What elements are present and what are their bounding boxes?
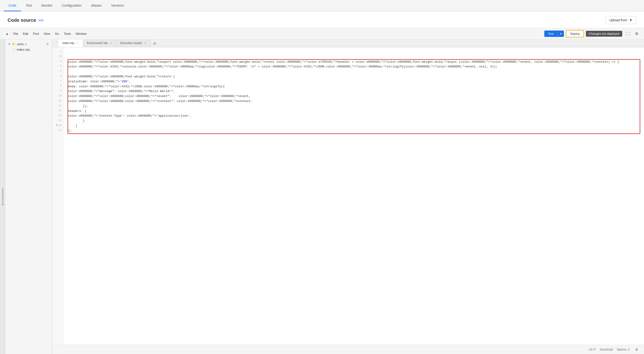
line-number: 17: [54, 128, 62, 133]
code-line: color:#008000;">"message": color:#008000…: [68, 89, 640, 94]
code-content[interactable]: color:#008000;">"color:#8b0000;font-weig…: [64, 47, 644, 345]
top-nav-tab-configuration[interactable]: Configuration: [57, 0, 86, 11]
code-line: color:#008000;">"color:#8b0000;font-weig…: [68, 74, 640, 79]
status-bar: 13:17 JavaScript Spaces: 2 ⚙: [52, 345, 644, 354]
tab-close-index-mjs[interactable]: ×: [76, 41, 79, 45]
line-number: 13: [54, 108, 62, 113]
top-nav: CodeTestMonitorConfigurationAliasesVersi…: [0, 0, 644, 11]
fullscreen-button[interactable]: ⛶: [624, 30, 631, 37]
file-name: index.mjs: [17, 48, 30, 51]
status-settings-icon: ⚙: [635, 348, 638, 351]
test-button[interactable]: Test: [544, 31, 558, 37]
code-line: color:#008000;">"color:#8b0000;font-weig…: [68, 60, 640, 65]
menu-item-find[interactable]: Find: [31, 31, 41, 37]
line-number: 15: [54, 118, 62, 123]
add-tab-button[interactable]: ⊕: [151, 40, 158, 47]
code-line: [68, 54, 640, 59]
line-number: 12: [54, 103, 62, 108]
code-line: color:#008000;">"color:#333;">console.co…: [68, 64, 640, 69]
toolbar-actions: Test ▼ Deploy Changes not deployed ⛶ ⚙: [544, 30, 640, 37]
line-number: 5: [54, 69, 62, 74]
editor-tab-index-mjs[interactable]: index.mjs×: [58, 40, 83, 47]
line-numbers: 2183456789101112131415ℹ1617: [52, 47, 64, 345]
menu-item-window[interactable]: Window: [74, 31, 88, 37]
language-indicator: JavaScript: [600, 348, 613, 351]
fullscreen-icon: ⛶: [626, 32, 630, 36]
tab-label: Execution results: [120, 41, 142, 45]
header-section: Code source Info Upload from ▼: [0, 11, 644, 28]
cursor-position: 13:17: [589, 348, 596, 351]
code-line: body: color:#008000;">"color:#333;">JSON…: [68, 84, 640, 89]
folder-name: echo -/: [17, 42, 26, 46]
editor-toolbar: ▲ FileEditFindViewGoToolsWindow Test ▼ D…: [0, 28, 644, 40]
folder-icon: 📁: [12, 42, 16, 46]
top-nav-tab-versions[interactable]: Versions: [106, 0, 128, 11]
menu-item-view[interactable]: View: [42, 31, 52, 37]
menu-item-edit[interactable]: Edit: [21, 31, 30, 37]
code-line: [68, 49, 640, 54]
line-number: 8: [54, 84, 62, 89]
line-number: 10: [54, 93, 62, 98]
expand-icon: ▲: [6, 32, 8, 36]
menu-item-file[interactable]: File: [11, 31, 20, 37]
tab-close-env-var[interactable]: ×: [109, 41, 112, 45]
tab-label: Environment Var: [87, 41, 108, 45]
test-button-group: Test ▼: [544, 31, 564, 37]
code-line: headers: {: [68, 109, 640, 114]
sidebar: Environment ▼ 📁 echo -/ ⚙ 📄 index.mjs: [0, 40, 52, 354]
test-dropdown-button[interactable]: ▼: [558, 31, 564, 37]
sidebar-folder-echo[interactable]: ▼ 📁 echo -/ ⚙: [5, 41, 52, 47]
code-line: }: [68, 123, 640, 128]
sidebar-file-index-mjs[interactable]: 📄 index.mjs: [5, 47, 52, 52]
page-title-group: Code source Info: [8, 18, 44, 23]
line-number: 14: [54, 113, 62, 118]
code-line: statusCode: color:#008000;">'200',: [68, 79, 640, 84]
toolbar-settings-button[interactable]: ⚙: [633, 30, 640, 37]
folder-arrow-icon: ▼: [8, 43, 10, 45]
line-number: 11: [54, 98, 62, 103]
top-nav-tab-monitor[interactable]: Monitor: [36, 0, 57, 11]
code-line: }: [68, 119, 640, 123]
test-dropdown-arrow-icon: ▼: [560, 32, 562, 35]
tab-close-exec-results[interactable]: ×: [144, 41, 147, 45]
editor-tabs: 📄index.mjs×Environment Var×Execution res…: [52, 40, 644, 47]
line-number: 3: [54, 59, 62, 64]
dropdown-arrow-icon: ▼: [629, 18, 632, 22]
spaces-indicator: Spaces: 2: [617, 348, 629, 351]
app-container: CodeTestMonitorConfigurationAliasesVersi…: [0, 0, 644, 354]
code-line: color:#008000;">"color:#008080;color:#00…: [68, 94, 640, 99]
changes-not-deployed-badge: Changes not deployed: [586, 31, 622, 37]
top-nav-tab-aliases[interactable]: Aliases: [86, 0, 106, 11]
toolbar-settings-icon: ⚙: [635, 32, 638, 36]
info-link[interactable]: Info: [38, 19, 44, 22]
editor-section: ▲ FileEditFindViewGoToolsWindow Test ▼ D…: [0, 28, 644, 354]
upload-from-button[interactable]: Upload from ▼: [605, 16, 636, 24]
line-number: 6: [54, 74, 62, 79]
editor-tab-env-var[interactable]: Environment Var×: [83, 40, 116, 47]
expand-button[interactable]: ▲: [4, 31, 10, 37]
sidebar-content: ▼ 📁 echo -/ ⚙ 📄 index.mjs: [5, 40, 52, 354]
deploy-button[interactable]: Deploy: [566, 30, 584, 37]
page-title: Code source: [8, 18, 36, 23]
editor-tab-exec-results[interactable]: Execution results×: [116, 40, 150, 47]
code-line: [68, 69, 640, 74]
file-icon: 📄: [12, 48, 15, 51]
sidebar-gear-icon[interactable]: ⚙: [46, 43, 49, 46]
menu-item-go[interactable]: Go: [53, 31, 61, 37]
line-number: ℹ16: [54, 123, 62, 128]
status-settings-button[interactable]: ⚙: [633, 346, 640, 353]
line-number: 18: [54, 54, 62, 59]
code-line: };: [68, 128, 640, 133]
code-highlighted-block: color:#008000;">"color:#8b0000;font-weig…: [68, 59, 640, 134]
toolbar-left: ▲ FileEditFindViewGoToolsWindow: [4, 31, 88, 37]
code-editor-area[interactable]: 2183456789101112131415ℹ1617 color:#00800…: [52, 47, 644, 345]
code-line: }),: [68, 104, 640, 109]
top-nav-tab-code[interactable]: Code: [4, 0, 21, 11]
line-number: 4: [54, 64, 62, 69]
env-strip: Environment: [0, 40, 5, 354]
env-label: Environment: [1, 188, 4, 205]
top-nav-tab-test[interactable]: Test: [21, 0, 36, 11]
code-line: color:#008000;">'Content-Type': color:#0…: [68, 114, 640, 119]
editor-body: Environment ▼ 📁 echo -/ ⚙ 📄 index.mjs: [0, 40, 644, 354]
menu-item-tools[interactable]: Tools: [62, 31, 73, 37]
